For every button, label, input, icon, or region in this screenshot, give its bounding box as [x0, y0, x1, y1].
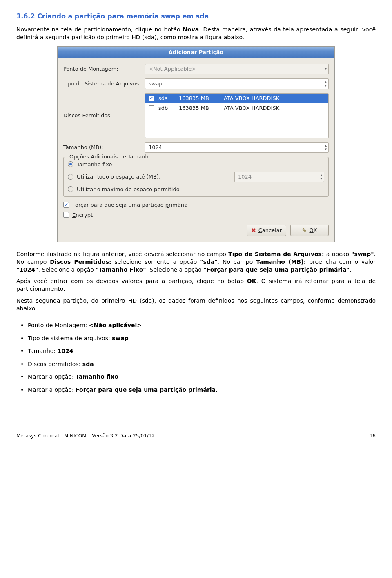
accelerator: D	[63, 112, 67, 118]
size-value: 1024	[149, 144, 162, 150]
text: .	[350, 266, 351, 273]
group-title: Opções Adicionais de Tamanho	[68, 154, 154, 160]
radio-unselected-icon[interactable]	[68, 186, 74, 192]
text: . No campo	[218, 259, 256, 265]
list-item: Discos permitidos: sda	[28, 360, 376, 368]
checkbox-label: Forçar para que seja uma partição primár…	[72, 202, 188, 208]
text: . Selecione a opção	[38, 266, 96, 273]
text: Ponto de Montagem:	[28, 322, 89, 328]
add-partition-dialog: Adicionar Partição Ponto de Montagem: <N…	[57, 46, 335, 242]
text: amanho (MB):	[66, 144, 103, 150]
text-bold: "sda"	[200, 259, 217, 265]
list-item: Marcar a opção: Tamanho fixo	[28, 373, 376, 381]
checkbox-unchecked-icon[interactable]	[63, 212, 69, 218]
disk-size: 163835 MB	[179, 105, 220, 111]
size-spinbox[interactable]: 1024 ▴▾	[145, 142, 329, 153]
fs-type-combo[interactable]: swap ▴▾	[145, 78, 329, 89]
text: Forçar para que seja uma partição	[72, 202, 165, 208]
list-item: Tipo de sistema de arquivos: swap	[28, 335, 376, 343]
text-bold: Tipo de Sistema de Arquivos:	[228, 251, 324, 257]
checkbox-checked-icon[interactable]: ✔	[63, 202, 69, 208]
text: Conforme ilustrado na figura anterior, v…	[16, 251, 228, 257]
text-bold: Discos Permitidos:	[50, 259, 111, 265]
text-bold: "Forçar para que seja uma partição primá…	[203, 266, 350, 273]
dialog-body: Ponto de Montagem: <Not Applicable> ▾ Ti…	[58, 58, 334, 225]
list-item: Tamanho: 1024	[28, 347, 376, 355]
text: Tamanho:	[28, 348, 58, 354]
text: ancelar	[262, 227, 282, 233]
radio-label: Utilizar todo o espaço até (MB):	[77, 174, 160, 180]
text-bold: Tamanho (MB):	[256, 259, 306, 265]
button-label: OK	[309, 227, 317, 233]
allowed-disks-list[interactable]: ✔ sda 163835 MB ATA VBOX HARDDISK sdb 16…	[145, 93, 329, 138]
text: rimária	[169, 202, 188, 208]
disk-row-sda[interactable]: ✔ sda 163835 MB ATA VBOX HARDDISK	[145, 94, 328, 103]
text-bold: Tamanho fixo	[76, 373, 118, 380]
dialog-button-row: ✖ Cancelar ✎ OK	[58, 225, 334, 242]
dialog-titlebar: Adicionar Partição	[58, 47, 334, 58]
text-bold: Forçar para que seja uma partição primár…	[76, 386, 218, 393]
text: Utiliz	[77, 186, 90, 192]
radio-fixed-size[interactable]: Tamanho fixo	[68, 161, 324, 167]
text: Ponto de	[63, 66, 88, 72]
text: preencha com o valor	[306, 259, 376, 265]
intro-paragraph: Novamente na tela de particionamento, cl…	[16, 26, 376, 41]
checkbox-checked-icon[interactable]: ✔	[149, 96, 154, 101]
accelerator: U	[77, 174, 81, 180]
text: ipo de Sistema de Arquivos:	[67, 80, 141, 87]
text: K	[314, 227, 317, 233]
mount-point-value: <Not Applicable>	[149, 66, 196, 72]
text: . Selecione a opção	[146, 266, 204, 273]
radio-selected-icon[interactable]	[68, 161, 74, 167]
stepper-icon[interactable]: ▴▾	[325, 144, 327, 151]
list-item: Marcar a opção: Forçar para que seja uma…	[28, 386, 376, 394]
accelerator: C	[258, 227, 262, 233]
radio-max-space[interactable]: Utilizar o máximo de espaço permitido	[68, 186, 324, 192]
disk-row-sdb[interactable]: sdb 163835 MB ATA VBOX HARDDISK	[145, 103, 328, 113]
fs-type-value: swap	[149, 80, 163, 87]
footer-text: Metasys Corporate MINICOM – Versão 3.2 D…	[16, 433, 155, 439]
fs-type-label: Tipo de Sistema de Arquivos:	[63, 80, 145, 87]
text: Discos permitidos:	[28, 361, 82, 367]
checkbox-unchecked-icon[interactable]	[149, 105, 154, 111]
text-bold: "1024"	[16, 266, 38, 273]
disk-size: 163835 MB	[179, 95, 220, 101]
disk-name: sdb	[158, 105, 175, 111]
text: r o máximo de espaço permitido	[93, 186, 179, 192]
additional-size-group: Opções Adicionais de Tamanho Tamanho fix…	[63, 157, 329, 197]
fs-type-row: Tipo de Sistema de Arquivos: swap ▴▾	[63, 78, 329, 89]
page-footer: Metasys Corporate MINICOM – Versão 3.2 D…	[16, 431, 376, 439]
page-number: 16	[370, 433, 376, 439]
text-bold: swap	[112, 335, 129, 341]
summary-list: Ponto de Montagem: <Não aplicável> Tipo …	[16, 321, 376, 394]
cancel-button[interactable]: ✖ Cancelar	[247, 225, 286, 236]
accelerator: M	[88, 66, 93, 72]
fill-up-to-spinbox: 1024 ▴▾	[234, 172, 324, 182]
ok-button[interactable]: ✎ OK	[290, 225, 329, 236]
radio-unselected-icon[interactable]	[68, 174, 74, 180]
ok-icon: ✎	[302, 227, 307, 234]
force-primary-checkbox[interactable]: ✔ Forçar para que seja uma partição prim…	[63, 202, 329, 208]
body-paragraph: Após você entrar com os devidos valores …	[16, 277, 376, 293]
allowed-disks-label: Discos Permitidos:	[63, 112, 145, 118]
text: ncrypt	[76, 212, 93, 218]
mount-point-row: Ponto de Montagem: <Not Applicable> ▾	[63, 64, 329, 74]
mount-point-combo[interactable]: <Not Applicable> ▾	[145, 64, 329, 74]
text-bold: sda	[82, 361, 94, 367]
size-label: Tamanho (MB):	[63, 144, 145, 150]
body-paragraph: Conforme ilustrado na figura anterior, v…	[16, 250, 376, 274]
encrypt-checkbox[interactable]: Encrypt	[63, 212, 329, 218]
text-bold: "Tamanho Fixo"	[96, 266, 146, 273]
dialog-title: Adicionar Partição	[169, 49, 223, 55]
text: Após você entrar com os devidos valores …	[16, 278, 247, 284]
section-heading: 3.6.2 Criando a partição para memória sw…	[16, 12, 376, 20]
cancel-icon: ✖	[251, 227, 256, 234]
text: Marcar a opção:	[28, 386, 76, 393]
disk-name: sda	[158, 95, 175, 101]
radio-fill-up-to[interactable]: Utilizar todo o espaço até (MB): 1024 ▴▾	[68, 172, 324, 182]
text-bold: Nova	[183, 26, 199, 33]
text: selecione somente a opção	[111, 259, 200, 265]
accelerator: E	[72, 212, 76, 218]
size-row: Tamanho (MB): 1024 ▴▾	[63, 142, 329, 153]
fill-up-to-value: 1024	[238, 174, 252, 180]
